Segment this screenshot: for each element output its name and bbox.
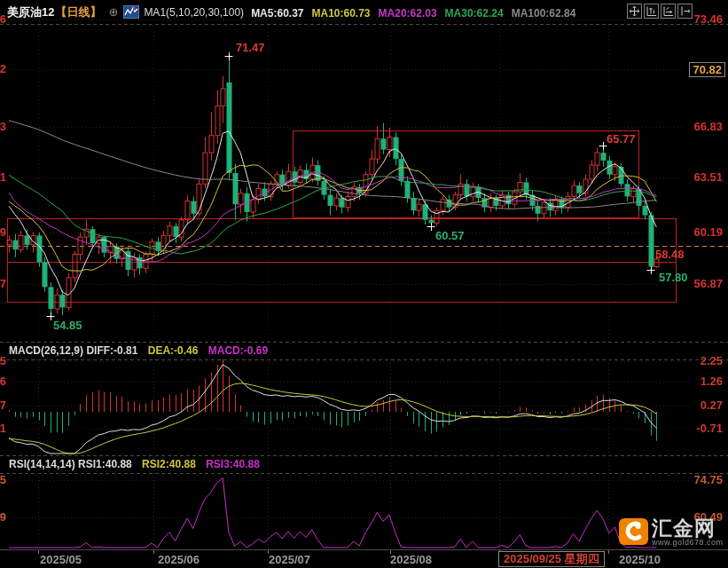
ma-value-chip: MA5:60.37 bbox=[251, 7, 303, 20]
axis-left-sliver: 1.26 bbox=[0, 375, 6, 388]
period-label: 【日线】 bbox=[55, 4, 101, 20]
rsi-params: RSI(14,14,14) bbox=[9, 458, 75, 470]
price-annotation: 60.57 bbox=[435, 229, 465, 242]
price-annotation: 57.80 bbox=[659, 271, 688, 284]
chart-header: 美原油12 【日线】 ⊕ MA1(5,10,20,30,100) MA5:60.… bbox=[7, 4, 583, 20]
site-logo: 汇金网 www.gold678.com bbox=[619, 518, 724, 547]
axis-left-sliver-text: 70.82 bbox=[0, 62, 6, 75]
axis-left-sliver-text: 2.25 bbox=[0, 354, 6, 367]
axis-price-label: 0.27 bbox=[701, 398, 723, 412]
ma-settings-label: MA1(5,10,20,30,100) bbox=[144, 6, 244, 19]
rsi-params-label: RSI(14,14,14) RSI1:40.88 RSI2:40.88 RSI3… bbox=[9, 458, 260, 470]
crosshair-move-icon[interactable] bbox=[627, 4, 642, 19]
ma-value-chip: MA20:62.03 bbox=[379, 7, 437, 20]
axis-price-label: 1.26 bbox=[701, 375, 723, 388]
axis-left-sliver-text: 0.27 bbox=[0, 398, 6, 412]
date-label: 2025/10 bbox=[619, 553, 661, 566]
axis-price-label: 73.46 bbox=[693, 12, 723, 26]
pan-right-icon[interactable] bbox=[677, 4, 693, 19]
axis-left-sliver: 60.19 bbox=[0, 225, 6, 239]
symbol-title: 美原油12 bbox=[7, 4, 54, 20]
macd-params-label: MACD(26,12,9) DIFF:-0.81 DEA:-0.46 MACD:… bbox=[9, 344, 268, 357]
axis-left-sliver: 70.82 bbox=[0, 62, 6, 75]
axis-left-sliver-text: 56.87 bbox=[0, 277, 6, 290]
macd-dea-value: DEA:-0.46 bbox=[148, 344, 199, 357]
logo-text: 汇金网 bbox=[652, 518, 724, 538]
axis-price-label: 2.25 bbox=[701, 354, 723, 367]
axis-left-sliver-text: -0.71 bbox=[0, 422, 6, 435]
ma-value-chip: MA30:62.24 bbox=[445, 7, 504, 20]
mini-chart-icon[interactable] bbox=[123, 5, 139, 19]
chart-toolbar bbox=[627, 4, 693, 19]
ma-values: MA5:60.37MA10:60.73MA20:62.03MA30:62.24M… bbox=[251, 4, 583, 20]
price-annotation: 54.85 bbox=[53, 319, 82, 332]
axis-price-label: 60.19 bbox=[693, 225, 723, 239]
axis-price-label: 66.83 bbox=[693, 120, 723, 133]
axis-zoom-out-icon[interactable] bbox=[661, 4, 676, 19]
axis-left-sliver: 0.27 bbox=[0, 398, 6, 412]
axis-left-sliver-text: 1.26 bbox=[0, 375, 6, 388]
axis-left-sliver: 56.87 bbox=[0, 277, 6, 290]
chart-canvas[interactable] bbox=[0, 0, 728, 568]
rsi2-value: RSI2:40.88 bbox=[142, 458, 196, 470]
axis-price-label: 56.87 bbox=[693, 277, 723, 290]
axis-left-sliver: 66.83 bbox=[0, 120, 6, 133]
selected-date-label: 2025/09/25 星期四 bbox=[498, 551, 605, 567]
date-label: 2025/05 bbox=[40, 553, 82, 566]
axis-left-sliver: 2.25 bbox=[0, 354, 6, 367]
macd-diff-value: DIFF:-0.81 bbox=[86, 344, 137, 357]
axis-price-label: 74.75 bbox=[693, 473, 723, 486]
axis-price-label: 63.51 bbox=[693, 170, 723, 184]
axis-left-sliver: 74.75 bbox=[0, 473, 6, 486]
rsi1-value: RSI1:40.88 bbox=[78, 458, 132, 470]
date-axis: 2025/052025/062025/072025/082025/102025/… bbox=[0, 549, 728, 568]
macd-hist-value: MACD:-0.69 bbox=[208, 344, 268, 357]
axis-price-label: 70.82 bbox=[689, 62, 725, 77]
price-annotation: 58.48 bbox=[655, 248, 685, 261]
axis-left-sliver: 60.49 bbox=[0, 510, 6, 524]
price-annotation: 65.77 bbox=[607, 132, 636, 146]
axis-price-label: -0.71 bbox=[696, 422, 723, 435]
axis-left-sliver: -0.71 bbox=[0, 422, 6, 435]
axis-left-sliver-text: 60.19 bbox=[0, 225, 6, 239]
logo-swirl-icon bbox=[619, 518, 648, 545]
price-annotation: 71.47 bbox=[236, 41, 265, 54]
ma-value-chip: MA100:62.84 bbox=[512, 7, 576, 20]
ma-value-chip: MA10:60.73 bbox=[312, 7, 371, 20]
axis-left-sliver: 73.46 bbox=[0, 12, 6, 26]
rsi3-value: RSI3:40.88 bbox=[206, 458, 260, 470]
date-label: 2025/08 bbox=[390, 553, 432, 566]
axis-left-sliver: 63.51 bbox=[0, 170, 6, 184]
logo-url: www.gold678.com bbox=[652, 538, 724, 547]
axis-left-sliver-text: 73.46 bbox=[0, 12, 6, 26]
macd-params: MACD(26,12,9) bbox=[9, 344, 83, 357]
axis-left-sliver-text: 63.51 bbox=[0, 170, 6, 184]
date-label: 2025/06 bbox=[158, 553, 200, 566]
trading-chart-window: 美原油12 【日线】 ⊕ MA1(5,10,20,30,100) MA5:60.… bbox=[0, 0, 728, 568]
axis-left-sliver-text: 74.75 bbox=[0, 473, 6, 486]
date-label: 2025/07 bbox=[269, 553, 310, 566]
axis-left-sliver-text: 60.49 bbox=[0, 510, 6, 524]
axis-left-sliver-text: 66.83 bbox=[0, 120, 6, 133]
axis-zoom-in-icon[interactable] bbox=[644, 4, 659, 19]
circle-plus-icon[interactable]: ⊕ bbox=[108, 5, 118, 19]
